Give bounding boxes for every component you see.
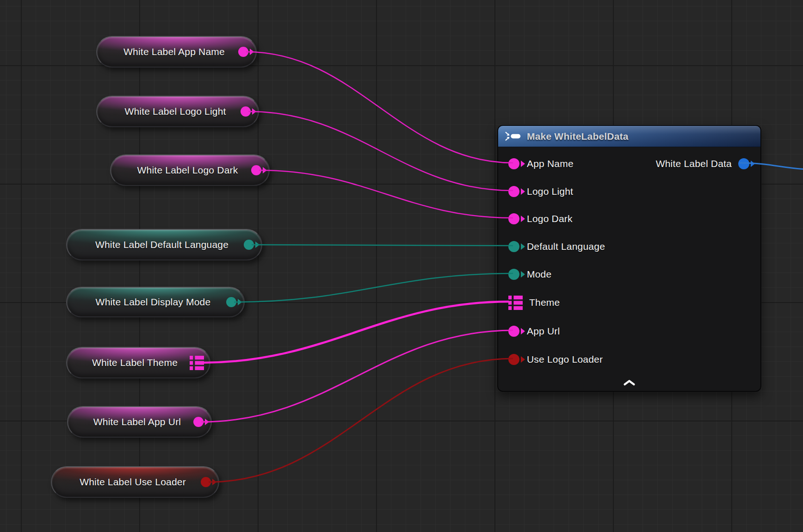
wire-default-language[interactable]	[252, 245, 513, 246]
var-node-app-name[interactable]: White Label App Name	[96, 36, 257, 68]
pin-row-logo-light: Logo Light	[498, 183, 760, 200]
var-node-label: White Label App Name	[116, 46, 233, 57]
var-node-logo-light[interactable]: White Label Logo Light	[96, 96, 259, 127]
input-pin-label: Use Logo Loader	[527, 354, 603, 365]
wire-app-name[interactable]	[246, 52, 513, 163]
var-node-label: White Label Display Mode	[86, 297, 221, 308]
input-pin-label: Default Language	[527, 241, 605, 252]
output-pin[interactable]	[226, 297, 236, 307]
blueprint-graph-canvas[interactable]: White Label App Name White Label Logo Li…	[0, 0, 803, 532]
var-node-display-mode[interactable]: White Label Display Mode	[66, 287, 245, 317]
make-whitelabeldata-node[interactable]: Make WhiteLabelData White Label Data App…	[497, 125, 761, 392]
input-pin[interactable]	[508, 158, 519, 169]
pin-row-app-name: App Name	[498, 155, 760, 172]
input-pin-label: Logo Light	[527, 186, 573, 197]
input-pin-label: Mode	[527, 269, 551, 280]
node-title: Make WhiteLabelData	[527, 131, 629, 142]
input-pin-label: Logo Dark	[527, 213, 573, 224]
var-node-label: White Label Use Loader	[70, 476, 195, 488]
wire-app-url[interactable]	[201, 330, 513, 422]
input-pin[interactable]	[508, 241, 519, 252]
var-node-logo-dark[interactable]: White Label Logo Dark	[110, 155, 270, 186]
output-pin[interactable]	[244, 240, 254, 250]
var-node-default-language[interactable]: White Label Default Language	[66, 229, 262, 260]
var-node-label: White Label Logo Light	[116, 106, 235, 117]
wire-logo-dark[interactable]	[259, 170, 513, 218]
var-node-label: White Label App Url	[86, 416, 188, 427]
output-pin[interactable]	[251, 165, 261, 175]
output-pin[interactable]	[238, 47, 248, 57]
pin-row-app-url: App Url	[498, 323, 760, 340]
make-struct-icon	[505, 131, 522, 142]
input-pin-label: App Name	[527, 158, 574, 169]
var-node-theme[interactable]: White Label Theme	[66, 347, 210, 378]
input-pin[interactable]	[508, 213, 519, 224]
node-header[interactable]: Make WhiteLabelData	[498, 126, 760, 147]
var-node-label: White Label Theme	[86, 357, 184, 368]
pin-row-theme: Theme	[498, 294, 760, 311]
wire-theme[interactable]	[202, 302, 509, 363]
var-node-app-url[interactable]: White Label App Url	[67, 406, 212, 438]
collapse-advanced-pins-button[interactable]	[620, 378, 639, 387]
pin-row-use-logo-loader: Use Logo Loader	[498, 351, 760, 368]
wire-logo-light[interactable]	[248, 111, 513, 191]
input-pin[interactable]	[508, 269, 519, 280]
input-pin[interactable]	[508, 186, 519, 197]
pin-row-logo-dark: Logo Dark	[498, 210, 760, 227]
var-node-label: White Label Logo Dark	[130, 165, 246, 176]
output-pin[interactable]	[241, 106, 251, 117]
wire-use-loader[interactable]	[209, 359, 513, 482]
chevron-up-icon	[623, 379, 636, 386]
struct-pin-icon[interactable]	[508, 296, 523, 310]
output-pin[interactable]	[193, 417, 204, 427]
pin-row-mode: Mode	[498, 266, 760, 283]
input-pin-label: Theme	[529, 297, 560, 308]
var-node-use-loader[interactable]: White Label Use Loader	[51, 466, 219, 498]
input-pin[interactable]	[508, 326, 519, 337]
input-pin[interactable]	[508, 354, 519, 365]
output-pin[interactable]	[201, 477, 211, 487]
input-pin-label: App Url	[527, 326, 560, 337]
wire-display-mode[interactable]	[234, 273, 513, 302]
struct-pin-icon[interactable]	[190, 356, 204, 370]
var-node-label: White Label Default Language	[86, 239, 238, 250]
pin-row-default-language: Default Language	[498, 238, 760, 255]
